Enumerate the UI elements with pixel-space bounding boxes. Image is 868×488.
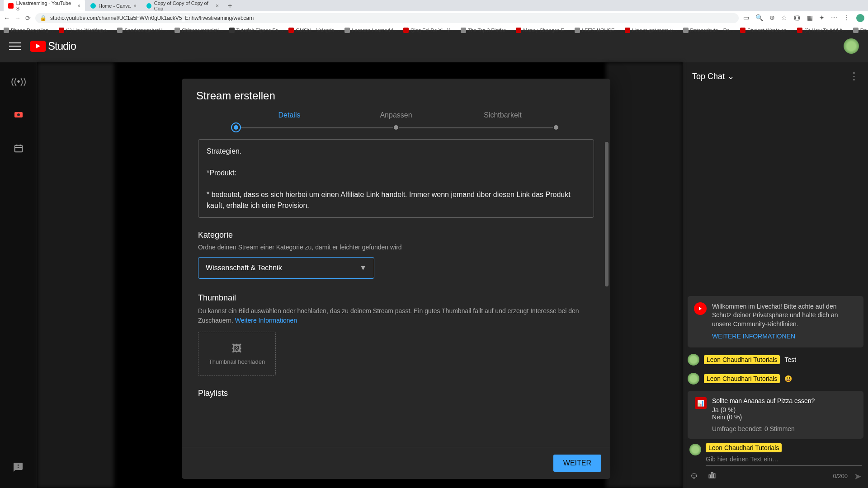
upload-thumbnail-button[interactable]: 🖼 Thumbnail hochladen [198,332,276,376]
bookmark[interactable]: The Top 3 Platfor… [461,28,511,33]
bookmark-icon [175,28,180,33]
canva-icon [146,3,151,9]
char-count: 0/200 [833,473,848,479]
youtube-icon [694,302,707,315]
left-rail: ((•)) [0,62,37,488]
main-area: Stream erstellen Details Anpassen Sichtb… [37,62,683,488]
logo-text: Studio [48,40,76,52]
dialog-body: Strategien. *Produkt: * bedeutet, dass e… [182,139,610,447]
upload-label: Thumbnail hochladen [209,358,265,365]
step-dot [232,123,240,131]
browser-tab[interactable]: Home - Canva × [86,1,141,11]
step-visibility[interactable]: Sichtbarkeit [449,111,556,119]
bookmark-icon [516,28,521,33]
author-badge[interactable]: Leon Chaudhari Tutorials [704,355,780,364]
video-icon[interactable]: ▭ [743,14,749,22]
browser-tab[interactable]: Copy of Copy of Copy of Cop × [142,0,223,13]
chat-panel: Top Chat ⌄ ⋮ Willkommen im Livechat! Bit… [683,62,868,488]
bookmark[interactable]: Chinese translati… [175,28,224,33]
bookmark[interactable]: (1) How Working a… [59,28,112,33]
hamburger-menu[interactable] [9,40,21,52]
bookmark[interactable]: Lessons Learned f… [344,28,398,33]
zoom-icon[interactable]: 🔍 [755,14,763,22]
browser-tab[interactable]: Livestreaming - YouTube S × [4,0,85,13]
youtube-icon [8,3,14,9]
new-tab-button[interactable]: + [224,2,236,10]
feedback-button[interactable] [13,462,24,475]
bookmark[interactable]: Money Changes E… [516,28,569,33]
bookmark[interactable]: Student Wants an… [740,28,792,33]
close-icon[interactable]: × [133,3,137,9]
author-badge[interactable]: Leon Chaudhari Tutorials [704,374,780,383]
calendar-button[interactable] [9,138,28,158]
stepper: Details Anpassen Sichtbarkeit [182,108,610,119]
more-info-link[interactable]: WEITERE INFORMATIONEN [712,332,857,341]
bookmark[interactable]: How to get more v… [625,28,677,33]
youtube-studio-logo[interactable]: Studio [30,40,76,52]
send-button[interactable]: ➤ [854,471,862,482]
emoji-button[interactable]: ☺ [689,470,698,482]
chat-body: Willkommen im Livechat! Bitte achte auf … [683,90,868,439]
bookmark[interactable]: GMSN – Vologda… [288,28,339,33]
bookmark[interactable]: Tutorial: Eigene Fa… [229,28,283,33]
description-textarea[interactable]: Strategien. *Produkt: * bedeutet, dass e… [198,139,594,218]
stream-button[interactable]: ((•)) [9,71,28,91]
app-header: Studio [0,30,868,62]
grid-icon[interactable]: ▦ [807,14,813,22]
profile-icon[interactable] [856,14,864,22]
bookmark[interactable]: Phone Recycling… [4,28,53,33]
bookmark-icon [625,28,630,33]
forward-button[interactable]: → [14,14,21,22]
canva-icon [90,3,96,9]
poll-status: Umfrage beendet: 0 Stimmen [712,425,815,432]
bookmark-icon [683,28,689,33]
avatar [689,444,701,455]
message-text: 😃 [784,375,792,382]
step-customize[interactable]: Anpassen [343,111,449,119]
chat-text-input[interactable]: Gib hier deinen Text ein… [706,454,862,466]
poll-option: Ja (0 %) [712,406,815,413]
chevron-down-icon: ▼ [359,264,367,272]
tab-bar: Livestreaming - YouTube S × Home - Canva… [0,0,868,11]
author-badge: Leon Chaudhari Tutorials [706,443,782,452]
youtube-play-icon [30,41,46,52]
step-details[interactable]: Details [236,111,343,119]
back-button[interactable]: ← [4,14,10,22]
avatar [688,373,699,385]
poll-button[interactable] [708,470,717,482]
account-avatar[interactable] [844,38,859,54]
category-select[interactable]: Wissenschaft & Technik ▼ [198,257,374,279]
scrollbar-thumb[interactable] [605,142,609,286]
close-icon[interactable]: × [216,3,219,9]
dialog-title: Stream erstellen [182,79,610,108]
bookmark[interactable]: (2) How To Add A… [797,28,848,33]
bookmark-icon [403,28,409,33]
bookmark[interactable]: LEE'S HOUSE… [575,28,619,33]
close-icon[interactable]: × [77,3,80,9]
more-info-link[interactable]: Weitere Informationen [235,317,297,324]
browser-chrome: Livestreaming - YouTube S × Home - Canva… [0,0,868,30]
tab-label: Copy of Copy of Copy of Cop [154,0,213,11]
bookmark[interactable]: Qing Fei De Yi - Y… [403,28,455,33]
bell-icon[interactable]: ⋯ [831,14,837,22]
address-row: ← → ⟳ 🔒 studio.youtube.com/channel/UC1a5… [0,11,868,25]
webcam-button[interactable] [9,105,28,125]
bookmark-icon [59,28,64,33]
bookmark[interactable]: Download - Cooki… [853,28,868,33]
menu-dots-icon[interactable]: ⋮ [844,14,850,22]
gift-icon[interactable]: ⊕ [769,14,775,22]
puzzle-icon[interactable]: ✦ [819,14,825,22]
chat-mode-select[interactable]: Top Chat ⌄ [692,71,734,81]
chat-menu-button[interactable]: ⋮ [849,70,859,82]
poll-question: Sollte man Ananas auf Pizza essen? [712,397,815,404]
star-icon[interactable]: ☆ [781,14,787,22]
reload-button[interactable]: ⟳ [25,14,31,22]
share-icon[interactable]: ⟪⟫ [793,14,801,22]
address-bar[interactable]: 🔒 studio.youtube.com/channel/UC1a5FWVn0g… [35,13,739,23]
next-button[interactable]: WEITER [553,455,601,472]
bookmark[interactable]: Datenschutz – Re… [683,28,735,33]
bookmark[interactable]: Sonderangebot! L… [117,28,169,33]
tab-label: Livestreaming - YouTube S [16,0,75,11]
category-sub: Ordne deinen Stream einer Kategorie zu, … [198,244,594,251]
avatar [688,354,699,366]
